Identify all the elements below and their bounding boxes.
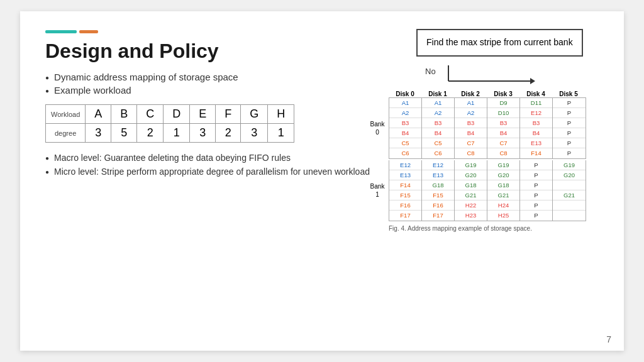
cell-b1d1r1: E13 <box>422 170 454 180</box>
bank0-disk5: P P P P P P <box>553 98 586 158</box>
col-D: D <box>164 105 190 124</box>
cell-b0d4r5: F14 <box>520 148 552 158</box>
cell-b1d2r0: G19 <box>455 160 487 170</box>
disk-header-1: Disk 1 <box>421 90 454 97</box>
bank1-disk1: E12 E13 G18 F15 F16 F17 <box>422 160 455 221</box>
cell-b0d2r5: C8 <box>455 148 487 158</box>
cell-b0d5r0: P <box>553 98 586 108</box>
right-panel: Find the max stripe from current bank No… <box>366 23 618 232</box>
no-label: No <box>425 67 436 76</box>
degree-label: degree <box>46 124 86 143</box>
teal-accent <box>45 30 77 33</box>
col-H: H <box>268 105 294 124</box>
cell-b1d2r5: H23 <box>455 211 487 221</box>
top-bullet-list: Dynamic address mapping of storage space… <box>45 72 385 96</box>
micro-text: Micro level: Stripe perform appropriate … <box>54 167 370 177</box>
cell-b0d1r5: C6 <box>422 148 454 158</box>
cell-b0d1r4: C5 <box>422 138 454 148</box>
cell-b1d5r5 <box>553 211 586 221</box>
deg-H: 1 <box>268 124 294 143</box>
fig-caption: Fig. 4. Address mapping example of stora… <box>389 225 618 232</box>
cell-b0d3r2: B3 <box>487 118 519 128</box>
disk-header-4: Disk 4 <box>519 90 552 97</box>
bank0-disks: A1 A2 B3 B4 C5 C6 A1 A2 B3 B4 C5 C6 <box>389 97 586 159</box>
bank0-disk4: D11 E12 B3 B4 E13 F14 <box>520 98 553 158</box>
cell-b1d1r4: F16 <box>422 200 454 211</box>
cell-b1d2r4: H22 <box>455 200 487 211</box>
slide-title: Design and Policy <box>45 40 385 63</box>
macro-text: Macro level: Guarantee deleting the data… <box>54 153 291 163</box>
cell-b1d2r2: G18 <box>455 180 487 190</box>
deg-E: 3 <box>190 124 216 143</box>
callout-arrow-area: No <box>425 59 618 84</box>
bank0-label: Bank0 <box>366 120 389 136</box>
cell-b0d0r0: A1 <box>389 98 421 108</box>
cell-b1d3r2: G18 <box>487 180 519 190</box>
cell-b1d0r4: F16 <box>389 200 421 211</box>
cell-b0d5r1: P <box>553 108 586 118</box>
cell-b0d4r0: D11 <box>520 98 552 108</box>
bank0-wrapper: Bank0 A1 A2 B3 B4 C5 C6 A1 A2 <box>366 97 618 159</box>
cell-b0d2r4: C7 <box>455 138 487 148</box>
macro-bullet: Macro level: Guarantee deleting the data… <box>45 153 385 163</box>
bank1-disk5: G19 G20 G21 <box>553 160 586 221</box>
cell-b0d4r3: B4 <box>520 128 552 138</box>
cell-b1d3r5: H25 <box>487 211 519 221</box>
cell-b0d3r4: C7 <box>487 138 519 148</box>
callout-box: Find the max stripe from current bank <box>416 29 583 57</box>
bank0-disk1: A1 A2 B3 B4 C5 C6 <box>422 98 455 158</box>
cell-b0d1r1: A2 <box>422 108 454 118</box>
cell-b1d3r1: G20 <box>487 170 519 180</box>
cell-b0d4r4: E13 <box>520 138 552 148</box>
cell-b1d5r2 <box>553 180 586 190</box>
deg-D: 1 <box>164 124 190 143</box>
svg-marker-2 <box>530 78 535 84</box>
arrow-svg <box>436 59 536 84</box>
bank1-disks: E12 E13 F14 F15 F16 F17 E12 E13 G18 F15 … <box>389 160 586 221</box>
cell-b0d0r5: C6 <box>389 148 421 158</box>
disk-header-3: Disk 3 <box>487 90 519 97</box>
bank0-disk0: A1 A2 B3 B4 C5 C6 <box>389 98 422 158</box>
table-row-2: degree 3 5 2 1 3 2 3 1 <box>46 124 294 143</box>
cell-b1d4r0: P <box>520 160 552 170</box>
deg-G: 3 <box>241 124 268 143</box>
cell-b0d4r1: E12 <box>520 108 552 118</box>
cell-b1d0r0: E12 <box>389 160 421 170</box>
cell-b0d3r3: B4 <box>487 128 519 138</box>
deg-A: 3 <box>86 124 111 143</box>
cell-b1d0r5: F17 <box>389 211 421 221</box>
deg-B: 5 <box>111 124 137 143</box>
workload-label: Workload <box>46 105 86 124</box>
disk-header-2: Disk 2 <box>454 90 487 97</box>
cell-b0d3r0: D9 <box>487 98 519 108</box>
col-E: E <box>190 105 216 124</box>
cell-b1d3r0: G19 <box>487 160 519 170</box>
cell-b1d0r1: E13 <box>389 170 421 180</box>
cell-b0d0r1: A2 <box>389 108 421 118</box>
cell-b0d1r0: A1 <box>422 98 454 108</box>
cell-b1d1r5: F17 <box>422 211 454 221</box>
cell-b0d4r2: B3 <box>520 118 552 128</box>
callout-area: Find the max stripe from current bank No <box>416 29 618 84</box>
workload-table: Workload A B C D E F G H degree 3 5 2 1 … <box>45 104 294 143</box>
cell-b1d4r5: P <box>520 211 552 221</box>
deg-F: 2 <box>216 124 241 143</box>
page-number: 7 <box>606 334 611 344</box>
deg-C: 2 <box>137 124 164 143</box>
cell-b1d4r4: P <box>520 200 552 211</box>
cell-b1d2r3: G21 <box>455 190 487 200</box>
cell-b1d5r1: G20 <box>553 170 586 180</box>
bank1-disk2: G19 G20 G18 G21 H22 H23 <box>455 160 487 221</box>
accent-bar <box>45 30 385 33</box>
orange-accent <box>79 30 98 33</box>
table-row-1: Workload A B C D E F G H <box>46 105 294 124</box>
cell-b0d1r2: B3 <box>422 118 454 128</box>
col-A: A <box>86 105 111 124</box>
cell-b1d1r2: G18 <box>422 180 454 190</box>
cell-b0d2r1: A2 <box>455 108 487 118</box>
cell-b1d1r0: E12 <box>422 160 454 170</box>
cell-b1d4r1: P <box>520 170 552 180</box>
storage-diagram: Disk 0 Disk 1 Disk 2 Disk 3 Disk 4 Disk … <box>366 90 618 232</box>
callout-text: Find the max stripe from current bank <box>426 37 573 47</box>
cell-b0d0r2: B3 <box>389 118 421 128</box>
